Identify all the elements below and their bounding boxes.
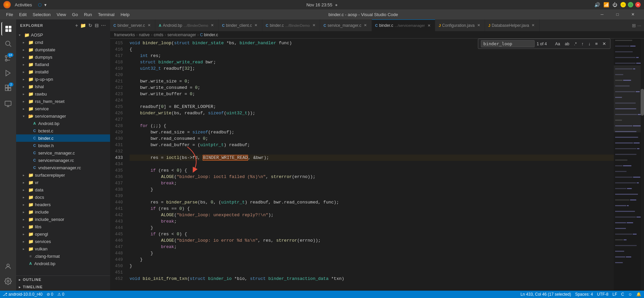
vertical-scrollbar[interactable] xyxy=(641,39,644,291)
menu-edit[interactable]: Edit xyxy=(16,11,29,18)
tab-close-button[interactable]: ✕ xyxy=(363,23,368,28)
tree-item[interactable]: ▸📁rss_hwm_reset xyxy=(16,98,110,105)
editor-tab[interactable]: JDatabaseHelper.java✕ xyxy=(485,19,540,31)
tree-item[interactable]: ▸📁services xyxy=(16,238,110,245)
activities-button[interactable]: Activities xyxy=(15,2,32,7)
tree-item[interactable]: AAndroid.bp xyxy=(16,120,110,127)
power-icon[interactable]: ⏻ xyxy=(612,2,617,7)
new-file-icon[interactable]: + xyxy=(75,23,78,28)
status-position[interactable]: Ln 433, Col 46 (17 selected) xyxy=(521,292,571,297)
breadcrumb-file[interactable]: Cbinder.c xyxy=(200,33,218,37)
breadcrumb-servicemanager[interactable]: servicemanager xyxy=(167,33,196,37)
window-close-button[interactable]: ✕ xyxy=(635,2,641,7)
new-folder-icon[interactable]: 📁 xyxy=(80,23,86,28)
tree-item[interactable]: ▸📁installd xyxy=(16,68,110,75)
activity-source-control[interactable]: 18 xyxy=(1,52,15,65)
status-errors[interactable]: ⊘ 0 xyxy=(47,292,53,297)
activity-account[interactable] xyxy=(1,260,15,273)
find-list-button[interactable]: ≡ xyxy=(594,41,599,47)
find-input[interactable] xyxy=(481,40,535,47)
timeline-section[interactable]: ▸ TIMELINE xyxy=(16,283,110,291)
find-match-case-button[interactable]: Aa xyxy=(554,41,561,47)
tree-item[interactable]: Cservice_manager.c xyxy=(16,149,110,157)
tree-item[interactable]: ▸📁include_sensor xyxy=(16,216,110,223)
tree-item[interactable]: AAndroid.bp xyxy=(16,260,110,267)
tree-item[interactable]: Cvndservicemanager.rc xyxy=(16,164,110,171)
editor-tab[interactable]: Cbinder.c.../servicemanager✕ xyxy=(372,19,435,31)
tree-item[interactable]: ▸📁libs xyxy=(16,223,110,230)
win-minimize-button[interactable]: ─ xyxy=(594,9,610,19)
find-prev-button[interactable]: ↑ xyxy=(580,41,585,47)
tree-item[interactable]: ▸📁flatland xyxy=(16,61,110,68)
tab-close-button[interactable]: ✕ xyxy=(311,23,316,28)
breadcrumb-cmds[interactable]: cmds xyxy=(154,33,163,37)
activity-extensions[interactable]: 2 xyxy=(1,81,15,95)
tree-item[interactable]: ▸📁dumpstate xyxy=(16,46,110,53)
editor-tab[interactable]: Cbinder_server.c✕ xyxy=(110,19,155,31)
tree-root[interactable]: ▾ 📁 AOSP xyxy=(16,31,110,39)
tree-item[interactable]: ≡.clang-format xyxy=(16,252,110,260)
tab-close-button[interactable]: ✕ xyxy=(531,23,536,28)
activity-settings[interactable] xyxy=(1,275,15,288)
tree-item[interactable]: ▸📁surfacereplayer xyxy=(16,171,110,179)
code-content[interactable]: void binder_loop(struct binder_state *bs… xyxy=(127,39,614,291)
editor-tab[interactable]: JConfiguration.java✕ xyxy=(435,19,485,31)
tab-close-button[interactable]: ✕ xyxy=(476,23,481,28)
tree-item[interactable]: ▸📁lshal xyxy=(16,83,110,90)
status-eol[interactable]: LF xyxy=(612,292,617,297)
window-maximize-button[interactable]: □ xyxy=(628,2,633,7)
tree-item[interactable]: ▸📁data xyxy=(16,186,110,193)
win-close-button[interactable]: ✕ xyxy=(625,9,641,19)
firefox-icon[interactable] xyxy=(3,1,11,8)
find-close-button[interactable]: ✕ xyxy=(601,41,607,47)
menu-run[interactable]: Run xyxy=(81,11,95,18)
tab-close-button[interactable]: ✕ xyxy=(253,23,259,28)
activity-search[interactable] xyxy=(1,37,15,50)
editor-tab[interactable]: Cbinder.c.../BinderDemo✕ xyxy=(262,19,320,31)
scrollbar-thumb[interactable] xyxy=(641,89,644,116)
breadcrumb-frameworks[interactable]: frameworks xyxy=(114,33,135,37)
tree-item[interactable]: Cbctest.c xyxy=(16,127,110,134)
activity-csdn[interactable] xyxy=(1,97,15,111)
outline-section[interactable]: ▸ OUTLINE xyxy=(16,276,110,283)
split-editor-icon[interactable]: ⊞ xyxy=(632,23,636,28)
status-encoding[interactable]: UTF-8 xyxy=(597,292,608,297)
tree-item[interactable]: ▸📁service xyxy=(16,105,110,112)
tree-item[interactable]: ▸📁vulkan xyxy=(16,245,110,252)
tab-close-button[interactable]: ✕ xyxy=(146,23,152,28)
vscode-taskbar-button[interactable]: ⬡ ▾ xyxy=(36,2,49,8)
win-maximize-button[interactable]: □ xyxy=(610,9,625,19)
audio-icon[interactable]: 🔊 xyxy=(594,2,600,7)
find-next-button[interactable]: ↓ xyxy=(587,41,592,47)
status-branch[interactable]: ⎇ android-10.0.0_r40 xyxy=(3,292,43,297)
tree-item[interactable]: ▸📁headers xyxy=(16,201,110,208)
network-icon[interactable]: 📶 xyxy=(603,2,609,7)
breadcrumb-native[interactable]: native xyxy=(139,33,150,37)
tree-item[interactable]: Cservicemanager.rc xyxy=(16,157,110,164)
tree-item[interactable]: ▾📂servicemanager xyxy=(16,112,110,120)
editor-tab[interactable]: AAndroid.bp.../BinderDemo✕ xyxy=(155,19,218,31)
tree-item[interactable]: Cbinder.c xyxy=(16,134,110,142)
tree-item[interactable]: ▸📁rawbu xyxy=(16,90,110,98)
status-feedback[interactable]: ☺ xyxy=(628,292,632,297)
tree-item[interactable]: ▸📁include xyxy=(16,208,110,216)
menu-file[interactable]: File xyxy=(3,11,16,18)
find-regex-button[interactable]: .* xyxy=(573,41,578,47)
status-warnings[interactable]: ⚠ 0 xyxy=(57,292,64,297)
collapse-icon[interactable]: ⊟ xyxy=(95,23,99,28)
tree-item[interactable]: ▸📁docs xyxy=(16,193,110,201)
activity-explorer[interactable] xyxy=(1,22,15,36)
menu-help[interactable]: Help xyxy=(118,11,132,18)
tree-item[interactable]: Cbinder.h xyxy=(16,142,110,149)
menu-view[interactable]: View xyxy=(54,11,69,18)
status-spaces[interactable]: Spaces: 4 xyxy=(575,292,593,297)
refresh-icon[interactable]: ↻ xyxy=(88,23,93,28)
tree-item[interactable]: ▸📁vr xyxy=(16,179,110,186)
tree-item[interactable]: ▸📁opengl xyxy=(16,230,110,238)
menu-terminal[interactable]: Terminal xyxy=(95,11,117,18)
activity-run[interactable] xyxy=(1,66,15,80)
tab-close-button[interactable]: ✕ xyxy=(426,23,432,28)
status-bell[interactable]: 🔔 xyxy=(636,292,641,297)
more-actions-icon[interactable]: ··· xyxy=(101,23,106,28)
status-language[interactable]: C xyxy=(621,292,624,297)
